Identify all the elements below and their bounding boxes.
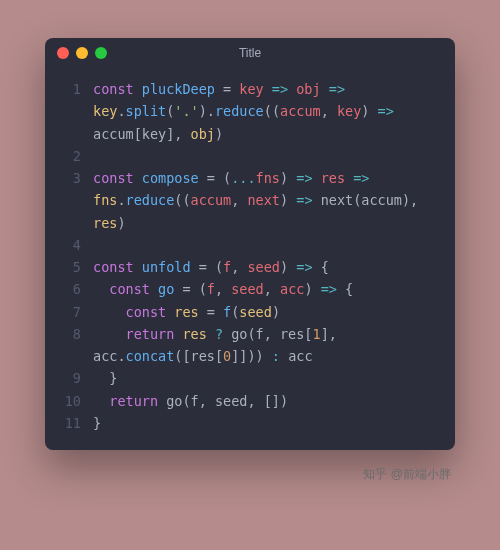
- line-number: 1: [59, 78, 81, 145]
- line-content: }: [93, 412, 441, 434]
- line-number: 6: [59, 278, 81, 300]
- code-line: 8 return res ? go(f, res[1], acc.concat(…: [59, 323, 441, 368]
- code-line: 9 }: [59, 367, 441, 389]
- code-line: 5const unfold = (f, seed) => {: [59, 256, 441, 278]
- line-number: 7: [59, 301, 81, 323]
- code-line: 6 const go = (f, seed, acc) => {: [59, 278, 441, 300]
- line-number: 3: [59, 167, 81, 234]
- window-controls: [57, 47, 107, 59]
- attribution-text: 知乎 @前端小胖: [45, 466, 455, 483]
- code-window: Title 1const pluckDeep = key => obj => k…: [45, 38, 455, 450]
- code-line: 1const pluckDeep = key => obj => key.spl…: [59, 78, 441, 145]
- line-content: const res = f(seed): [93, 301, 441, 323]
- titlebar: Title: [45, 38, 455, 68]
- close-icon[interactable]: [57, 47, 69, 59]
- line-number: 9: [59, 367, 81, 389]
- code-line: 10 return go(f, seed, []): [59, 390, 441, 412]
- line-number: 11: [59, 412, 81, 434]
- code-line: 2: [59, 145, 441, 167]
- line-number: 4: [59, 234, 81, 256]
- code-area: 1const pluckDeep = key => obj => key.spl…: [45, 68, 455, 450]
- code-line: 3const compose = (...fns) => res => fns.…: [59, 167, 441, 234]
- line-number: 10: [59, 390, 81, 412]
- code-line: 4: [59, 234, 441, 256]
- line-number: 8: [59, 323, 81, 368]
- minimize-icon[interactable]: [76, 47, 88, 59]
- maximize-icon[interactable]: [95, 47, 107, 59]
- line-content: [93, 145, 441, 167]
- line-number: 2: [59, 145, 81, 167]
- line-number: 5: [59, 256, 81, 278]
- line-content: const go = (f, seed, acc) => {: [93, 278, 441, 300]
- line-content: const unfold = (f, seed) => {: [93, 256, 441, 278]
- code-line: 7 const res = f(seed): [59, 301, 441, 323]
- line-content: return res ? go(f, res[1], acc.concat([r…: [93, 323, 441, 368]
- line-content: const compose = (...fns) => res => fns.r…: [93, 167, 441, 234]
- line-content: const pluckDeep = key => obj => key.spli…: [93, 78, 441, 145]
- line-content: [93, 234, 441, 256]
- line-content: }: [93, 367, 441, 389]
- line-content: return go(f, seed, []): [93, 390, 441, 412]
- code-line: 11}: [59, 412, 441, 434]
